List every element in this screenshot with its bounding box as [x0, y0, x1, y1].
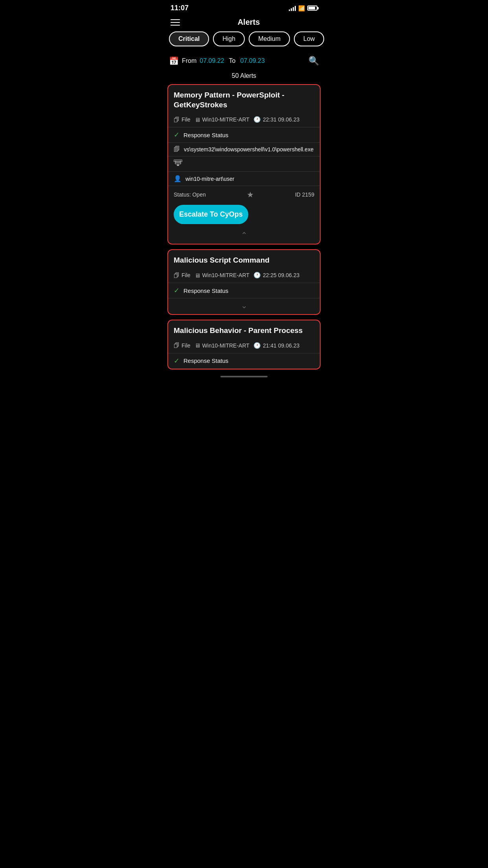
monitor-icon: 🖥 [194, 116, 200, 123]
alert-title-2: Malicious Script Command [168, 250, 320, 269]
file-icon: 🗍 [174, 116, 180, 123]
alerts-count: 50 Alerts [163, 71, 325, 84]
to-date[interactable]: 07.09.23 [240, 57, 265, 64]
response-status-label-3: Response Status [183, 357, 228, 364]
alert-title-3: Malicious Behavior - Parent Process [168, 320, 320, 340]
file-label-2: File [182, 272, 191, 278]
file-type-item-2: 🗍 File [174, 272, 191, 279]
clock-icon-2: 🕐 [253, 272, 261, 279]
menu-button[interactable] [171, 19, 180, 26]
host-name-1: Win10-MITRE-ART [202, 116, 250, 123]
host-item-3: 🖥 Win10-MITRE-ART [194, 342, 250, 349]
alert-meta-1: 🗍 File 🖥 Win10-MITRE-ART 🕐 22:31 09.06.2… [168, 114, 320, 127]
filepath-row: 🗐 vs\system32\windowspowershell\v1.0\pow… [168, 143, 320, 156]
alert-card-2[interactable]: Malicious Script Command 🗍 File 🖥 Win10-… [167, 249, 321, 315]
home-indicator [220, 376, 268, 377]
time-item-1: 🕐 22:31 09.06.23 [253, 116, 299, 123]
battery-icon [307, 6, 317, 11]
bottom-bar [163, 370, 325, 381]
status-open-1: Status: Open [174, 191, 206, 198]
response-status-label-1: Response Status [183, 132, 228, 138]
svg-rect-3 [174, 160, 182, 162]
status-bar: 11:07 📶 [163, 0, 325, 15]
alert-meta-2: 🗍 File 🖥 Win10-MITRE-ART 🕐 22:25 09.06.2… [168, 269, 320, 283]
svg-rect-0 [177, 165, 179, 166]
filter-tab-low[interactable]: Low [294, 31, 324, 46]
signal-bars-icon [289, 6, 296, 11]
svg-rect-1 [175, 162, 181, 164]
alerts-list: Memory Pattern - PowerSploit - GetKeyStr… [163, 84, 325, 370]
check-icon-3: ✓ [174, 357, 180, 365]
file-label-3: File [182, 342, 191, 349]
filter-tab-medium[interactable]: Medium [249, 31, 290, 46]
check-icon-1: ✓ [174, 131, 180, 139]
host-item-1: 🖥 Win10-MITRE-ART [194, 116, 250, 123]
host-name-2: Win10-MITRE-ART [202, 272, 250, 278]
file-type-item-3: 🗍 File [174, 342, 191, 349]
file-type-icon: 🗍 File [174, 116, 191, 123]
expand-handle-2[interactable]: ⌄ [168, 298, 320, 314]
network-row [168, 156, 320, 172]
file-icon-3: 🗍 [174, 342, 180, 349]
clock-icon: 🕐 [253, 116, 261, 123]
user-text: win10-mitre-art\user [185, 176, 234, 182]
alert-footer-1: Status: Open ★ ID 2159 [168, 186, 320, 203]
status-icons: 📶 [289, 5, 317, 11]
file-label: File [182, 116, 191, 123]
response-status-row-2: ✓ Response Status [168, 283, 320, 298]
filter-tab-high[interactable]: High [213, 31, 245, 46]
collapse-handle-1[interactable]: ⌃ [168, 228, 320, 244]
alert-id-1: ID 2159 [295, 191, 314, 198]
from-date[interactable]: 07.09.22 [200, 57, 224, 64]
time-value-3: 21:41 09.06.23 [263, 342, 299, 349]
time-value-2: 22:25 09.06.23 [263, 272, 299, 278]
alert-card-3[interactable]: Malicious Behavior - Parent Process 🗍 Fi… [167, 320, 321, 370]
from-label: From [182, 57, 196, 64]
status-time: 11:07 [171, 4, 189, 12]
network-icon [174, 160, 182, 168]
filepath-text: vs\system32\windowspowershell\v1.0\power… [184, 146, 314, 153]
user-row: 👤 win10-mitre-art\user [168, 172, 320, 186]
alert-meta-3: 🗍 File 🖥 Win10-MITRE-ART 🕐 21:41 09.06.2… [168, 340, 320, 353]
file-copy-icon: 🗐 [174, 146, 180, 153]
filter-tab-critical[interactable]: Critical [169, 31, 209, 46]
check-icon-2: ✓ [174, 286, 180, 295]
wifi-icon: 📶 [298, 5, 305, 11]
search-icon[interactable]: 🔍 [308, 56, 319, 66]
time-item-2: 🕐 22:25 09.06.23 [253, 272, 299, 279]
time-item-3: 🕐 21:41 09.06.23 [253, 342, 299, 349]
calendar-icon[interactable]: 📅 [169, 56, 179, 66]
response-status-label-2: Response Status [183, 287, 228, 294]
time-value-1: 22:31 09.06.23 [263, 116, 299, 123]
monitor-icon-2: 🖥 [194, 272, 200, 279]
date-filter: 📅 From 07.09.22 To 07.09.23 🔍 [163, 53, 325, 71]
header: Alerts [163, 15, 325, 31]
monitor-icon-3: 🖥 [194, 342, 200, 349]
response-status-row-1: ✓ Response Status [168, 127, 320, 143]
alert-title-1: Memory Pattern - PowerSploit - GetKeyStr… [168, 85, 320, 114]
host-item-2: 🖥 Win10-MITRE-ART [194, 272, 250, 279]
alert-card-1[interactable]: Memory Pattern - PowerSploit - GetKeyStr… [167, 84, 321, 245]
user-icon: 👤 [174, 175, 182, 182]
page-title: Alerts [180, 18, 317, 27]
clock-icon-3: 🕐 [253, 342, 261, 349]
response-status-row-3: ✓ Response Status [168, 353, 320, 369]
file-icon-2: 🗍 [174, 272, 180, 279]
star-icon-1[interactable]: ★ [247, 190, 254, 199]
to-label: To [229, 57, 236, 64]
host-name-3: Win10-MITRE-ART [202, 342, 250, 349]
escalate-button-1[interactable]: Escalate To CyOps [174, 205, 248, 224]
filter-tabs: Critical High Medium Low [163, 31, 325, 53]
